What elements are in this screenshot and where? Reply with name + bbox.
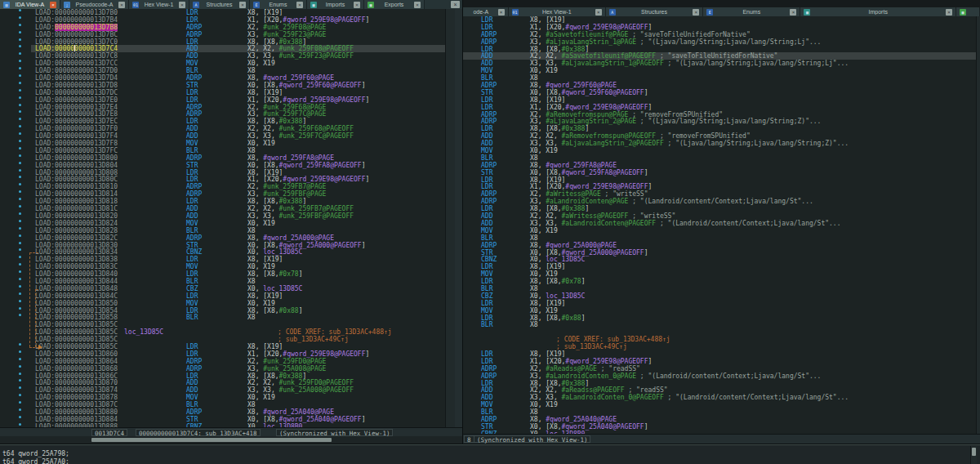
disasm-line[interactable]: LOAD:000000000013D83CMOVX0, X19 [0, 263, 445, 270]
disasm-line[interactable]: LOAD:000000000013D800ADRPX8, #qword_259F… [0, 154, 445, 162]
disasm-line[interactable]: LOAD:000000000013D818LDRX8, [X8,#0x388] [0, 198, 445, 205]
disasm-line[interactable]: ; sub_13D3AC+49C↑j [463, 343, 976, 350]
disasm-line[interactable]: LOAD:000000000013D874ADDX3, X3, #unk_25A… [0, 386, 445, 394]
disasm-line[interactable]: LOAD:000000000013D824MOVX0, X19 [0, 220, 445, 227]
tab-imports[interactable]: ▦Imports× [800, 7, 956, 16]
tab-pseudocode-a[interactable]: ;Pseudocode-A× [60, 0, 129, 9]
disasm-line[interactable]: ADRPX2, #aSavetofileunif@PAGE ; "saveToF… [463, 31, 976, 38]
disasm-line[interactable]: BLRX8 [463, 234, 976, 242]
disasm-line[interactable]: LOAD:000000000013D84CLDRX8, [X19] [0, 292, 445, 300]
disasm-line[interactable]: ADRPX3, #aLandroidConten_0@PAGE ; "(Land… [463, 373, 976, 380]
disasm-line[interactable]: LOAD:000000000013D7BCADRPX3, #unk_259F23… [0, 31, 445, 38]
tab-exports[interactable]: ▦Exports× [364, 0, 425, 9]
disasm-line[interactable]: LDRX8, [X19] [463, 300, 976, 307]
disasm-line[interactable]: LDRX8, [X8,#0x78] [463, 278, 976, 285]
disasm-line[interactable]: LOAD:000000000013D7DCLDRX8, [X19] [0, 89, 445, 96]
disasm-line[interactable]: ADRPX3, #aLjavaLangStrin_1@PAGE ; "(Ljav… [463, 38, 976, 46]
scrollbar-thumb[interactable] [972, 448, 976, 456]
disasm-line[interactable]: LOAD:000000000013D85C [0, 321, 445, 328]
tab-structures[interactable]: AStructures× [606, 7, 703, 16]
close-icon[interactable]: × [179, 2, 185, 8]
disasm-line[interactable]: LOAD:000000000013D7D8STRX0, [X8,#qword_2… [0, 82, 445, 89]
disasm-line[interactable]: BLRX8 [463, 74, 976, 82]
disasm-line[interactable]: LOAD:000000000013D81CADDX2, X2, #unk_259… [0, 205, 445, 212]
close-icon[interactable]: × [118, 2, 125, 8]
disasm-line[interactable]: CBZX0, loc_13D85C [463, 292, 976, 300]
disasm-line[interactable]: LDRX8, [X19] [463, 16, 976, 24]
disasm-line[interactable]: LDRX8, [X8,#0x388] [463, 205, 976, 212]
disasm-line[interactable]: LOAD:000000000013D85C; sub_13D3AC+49C↑j [0, 336, 445, 343]
disasm-line[interactable]: LOAD:000000000013D808LDRX8, [X19] [0, 169, 445, 176]
disasm-line[interactable]: ADRPX3, #aLjavaLangStrin_2@PAGE ; "(Ljav… [463, 118, 976, 125]
close-icon[interactable]: × [296, 2, 303, 8]
disasm-line[interactable]: LOAD:000000000013D810ADRPX2, #unk_259FB7… [0, 183, 445, 190]
disasm-line[interactable]: LOAD:000000000013D828BLRX8 [0, 227, 445, 234]
disasm-line[interactable]: LOAD:000000000013D844BLRX8 [0, 278, 445, 285]
disasm-line[interactable]: ADDX2, X2, #aSavetofileunif@PAGEOFF ; "s… [463, 52, 976, 60]
close-icon[interactable]: × [354, 2, 360, 8]
disasm-line[interactable]: ADDX2, X2, #aReadss@PAGEOFF ; "readSS" [463, 386, 976, 394]
disasm-line[interactable]: STRX0, [X8,#qword_259FA8@PAGEOFF] [463, 169, 976, 176]
vertical-scrollbar[interactable] [445, 9, 455, 427]
close-icon[interactable]: × [451, 1, 460, 8]
disasm-line[interactable]: LOAD:000000000013D7E4ADRPX2, #unk_259F68… [0, 104, 445, 111]
disasm-line[interactable]: LOAD:000000000013D7D4ADRPX8, #qword_259F… [0, 74, 445, 82]
disasm-line[interactable]: ADDX3, X3, #aLjavaLangStrin_1@PAGEOFF ; … [463, 60, 976, 67]
disasm-line[interactable]: ADRPX8, #qword_259FA8@PAGE [463, 162, 976, 169]
disasm-line[interactable]: LOAD:000000000013D82CADRPX8, #qword_25A0… [0, 234, 445, 242]
disasm-line[interactable]: ADRPX8, #qword_259F60@PAGE [463, 82, 976, 89]
disasm-line[interactable]: LOAD:000000000013D860LDRX1, [X20,#qword_… [0, 350, 445, 358]
disasm-line[interactable]: LOAD:000000000013D7B0LDRX8, [X19] [0, 9, 445, 16]
disasm-line[interactable]: LOAD:000000000013D884STRX0, [X8,#qword_2… [0, 416, 445, 423]
disasm-line[interactable]: LOAD:000000000013D7F4ADDX3, X3, #unk_259… [0, 132, 445, 140]
disasm-line[interactable]: ; CODE XREF: sub_13D3AC+488↑j [463, 336, 976, 343]
disasm-line[interactable]: LOAD:000000000013D854LDRX8, [X8,#0x88] [0, 307, 445, 315]
close-icon[interactable]: × [693, 9, 699, 16]
disasm-line[interactable]: BLRX8 [463, 408, 976, 416]
disasm-line[interactable]: LDRX8, [X19] [463, 176, 976, 184]
tab-hex-view-1[interactable]: 01Hex View-1× [129, 0, 189, 9]
disasm-line[interactable]: ADRPX3, #aLandroidConten@PAGE ; "(Landro… [463, 198, 976, 205]
disasm-line[interactable]: STRX0, [X8,#qword_259F60@PAGEOFF] [463, 89, 976, 96]
disasm-line[interactable]: LOAD:000000000013D7FCBLRX8 [0, 147, 445, 154]
disasm-line[interactable]: MOVX0, X19 [463, 147, 976, 154]
disasm-line[interactable]: LOAD:000000000013D7C0LDRX8, [X8,#0x388] [0, 38, 445, 46]
disasm-line[interactable]: ADRPX8, #qword_25A040@PAGE [463, 416, 976, 423]
tab-ode-a[interactable]: ode-A× [463, 7, 509, 16]
disasm-line[interactable]: LDRX1, [X20,#qword_259E98@PAGEOFF] [463, 24, 976, 31]
disasm-line[interactable]: ADDX3, X3, #aLandroidConten@PAGEOFF ; "(… [463, 220, 976, 227]
disasm-line[interactable]: LOAD:000000000013D7CCMOVX0, X19 [0, 60, 445, 67]
close-icon[interactable]: × [239, 2, 246, 8]
disasm-line[interactable]: BLRX8 [463, 285, 976, 292]
disasm-line[interactable]: LDRX8, [X8,#0x88] [463, 315, 976, 322]
disasm-line[interactable]: LOAD:000000000013D870ADDX2, X2, #unk_259… [0, 379, 445, 386]
disasm-line[interactable]: STRX0, [X8,#qword_25A000@PAGEOFF] [463, 249, 976, 257]
disasm-line[interactable]: ADDX2, X2, #aWritess@PAGEOFF ; "writeSS" [463, 212, 976, 220]
tab-imports[interactable]: ▦Imports× [307, 0, 364, 9]
disasm-line[interactable]: LDRX8, [X8,#0x388] [463, 125, 976, 132]
disasm-line[interactable]: LOAD:000000000013D85Cloc_13D85C; CODE XR… [0, 328, 445, 336]
disasm-line[interactable]: ADDX3, X3, #aLjavaLangStrin_2@PAGEOFF ; … [463, 140, 976, 147]
disassembly-listing-right[interactable]: LDRX8, [X19]LDRX1, [X20,#qword_259E98@PA… [463, 16, 976, 434]
close-icon[interactable]: × [414, 2, 421, 8]
disasm-line[interactable]: LOAD:000000000013D7ECLDRX8, [X8,#0x388] [0, 118, 445, 125]
disasm-line[interactable]: CBNZX0, loc_13D85C [463, 256, 976, 263]
disasm-line[interactable]: LOAD:000000000013D850MOVX0, X19 [0, 300, 445, 307]
disasm-line[interactable] [463, 328, 976, 336]
scrollbar-thumb[interactable] [91, 438, 332, 442]
disasm-line[interactable]: MOVX0, X19 [463, 227, 976, 234]
disasm-line[interactable]: LOAD:000000000013D7C4ADDX2, X2, #unk_259… [0, 45, 445, 52]
tab-hex-view-1[interactable]: 01Hex View-1× [509, 7, 606, 16]
close-icon[interactable]: × [50, 2, 56, 8]
disasm-line[interactable]: ADDX2, X2, #aRemovefromspun@PAGEOFF ; "r… [463, 132, 976, 140]
disasm-line[interactable]: LOAD:000000000013D7F0ADDX2, X2, #unk_259… [0, 125, 445, 132]
disasm-line[interactable]: LOAD:000000000013D7B4LDRX1, [X20,#qword_… [0, 16, 445, 24]
disasm-line[interactable]: LDRX8, [X19] [463, 350, 976, 358]
bottom-panel[interactable]: t64 qword_25A798; t64 qword_25A7A0; [0, 444, 980, 464]
disasm-line[interactable]: MOVX0, X19 [463, 401, 976, 408]
disasm-line[interactable]: LOAD:000000000013D830STRX0, [X8,#qword_2… [0, 242, 445, 249]
disasm-line[interactable]: LOAD:000000000013D80CLDRX1, [X20,#qword_… [0, 176, 445, 183]
disasm-line[interactable]: BLRX8 [463, 321, 976, 328]
horizontal-scrollbar[interactable] [0, 436, 462, 444]
disasm-line[interactable]: LOAD:000000000013D7D0BLRX8 [0, 67, 445, 74]
